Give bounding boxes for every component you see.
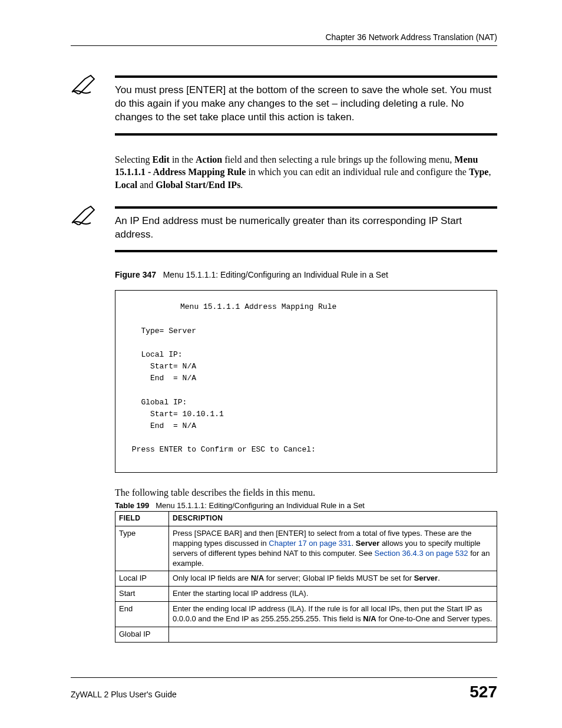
- text: .: [438, 574, 440, 582]
- text: Selecting: [115, 154, 153, 164]
- note-text-2: An IP End address must be numerically gr…: [115, 215, 497, 251]
- bold-edit: Edit: [153, 154, 170, 164]
- note-pencil-icon: [71, 73, 100, 94]
- table-row: Start Enter the starting local IP addres…: [115, 587, 497, 602]
- desc-cell: Enter the ending local IP address (ILA).…: [169, 602, 497, 627]
- terminal-line: Local IP:: [141, 350, 182, 359]
- field-cell: Global IP: [115, 627, 169, 643]
- note-top-rule: [115, 75, 497, 78]
- note-bottom-rule: [115, 133, 497, 136]
- table-caption: Table 199 Menu 15.1.1.1: Editing/Configu…: [115, 501, 497, 510]
- terminal-line: Global IP:: [141, 398, 187, 407]
- text: .: [240, 180, 243, 190]
- terminal-title: Menu 15.1.1.1 Address Mapping Rule: [127, 301, 485, 313]
- bold-na: N/A: [363, 614, 376, 623]
- bold-type: Type: [469, 167, 488, 177]
- terminal-line: Type= Server: [141, 327, 196, 335]
- figure-label: Figure 347: [115, 270, 156, 279]
- desc-cell: Press [SPACE BAR] and then [ENTER] to se…: [169, 526, 497, 571]
- field-cell: Start: [115, 587, 169, 602]
- field-cell: Type: [115, 526, 169, 571]
- bold-global: Global Start/End IPs: [156, 180, 240, 190]
- field-cell: End: [115, 602, 169, 627]
- desc-cell: [169, 627, 497, 643]
- link-chapter-17[interactable]: Chapter 17 on page 331: [269, 539, 351, 548]
- table-caption-text: Menu 15.1.1.1: Editing/Configuring an In…: [156, 501, 365, 510]
- note-block-1: You must press [ENTER] at the bottom of …: [71, 75, 497, 136]
- field-description-table: FIELD DESCRIPTION Type Press [SPACE BAR]…: [115, 511, 497, 643]
- note-text-1: You must press [ENTER] at the bottom of …: [115, 84, 497, 133]
- desc-cell: Only local IP fields are N/A for server;…: [169, 571, 497, 587]
- note-top-rule: [115, 206, 497, 209]
- body-paragraph-1: Selecting Edit in the Action field and t…: [115, 153, 497, 192]
- text: Only local IP fields are: [173, 574, 251, 582]
- note-bottom-rule: [115, 250, 497, 252]
- text: ,: [488, 167, 491, 177]
- terminal-prompt: Press ENTER to Confirm or ESC to Cancel:: [132, 445, 316, 454]
- table-header-row: FIELD DESCRIPTION: [115, 512, 497, 526]
- terminal-line: Start= 10.10.1.1: [141, 410, 223, 419]
- figure-text: Menu 15.1.1.1: Editing/Configuring an In…: [163, 270, 388, 279]
- bold-na: N/A: [251, 574, 264, 582]
- note-block-2: An IP End address must be numerically gr…: [71, 206, 497, 253]
- table-row: Type Press [SPACE BAR] and then [ENTER] …: [115, 526, 497, 571]
- bold-action: Action: [196, 154, 222, 164]
- terminal-line: End = N/A: [141, 421, 196, 430]
- table-label: Table 199: [115, 501, 149, 510]
- terminal-line: End = N/A: [141, 374, 196, 383]
- terminal-window: Menu 15.1.1.1 Address Mapping Rule Type=…: [115, 290, 497, 473]
- text: and: [137, 180, 156, 190]
- top-rule: [71, 45, 497, 46]
- footer-guide: ZyWALL 2 Plus User's Guide: [71, 690, 177, 699]
- desc-cell: Enter the starting local IP address (ILA…: [169, 587, 497, 602]
- text: for One-to-One and Server types.: [376, 614, 492, 623]
- following-text: The following table describes the fields…: [115, 487, 497, 498]
- field-cell: Local IP: [115, 571, 169, 587]
- running-head: Chapter 36 Network Address Translation (…: [71, 32, 497, 42]
- link-section-36-4-3[interactable]: Section 36.4.3 on page 532: [375, 549, 468, 558]
- page-number: 527: [470, 683, 497, 701]
- page-footer: ZyWALL 2 Plus User's Guide 527: [71, 677, 497, 701]
- text: field and then selecting a rule brings u…: [222, 154, 454, 164]
- col-description: DESCRIPTION: [169, 512, 497, 526]
- bold-server: Server: [414, 574, 438, 582]
- text: for server; Global IP fields MUST be set…: [264, 574, 414, 582]
- text: .: [352, 539, 356, 548]
- table-row: End Enter the ending local IP address (I…: [115, 602, 497, 627]
- text: in the: [170, 154, 196, 164]
- col-field: FIELD: [115, 512, 169, 526]
- note-pencil-icon: [71, 204, 100, 225]
- table-row: Local IP Only local IP fields are N/A fo…: [115, 571, 497, 587]
- bold-server: Server: [356, 539, 379, 548]
- figure-caption: Figure 347 Menu 15.1.1.1: Editing/Config…: [115, 270, 497, 279]
- text: in which you can edit an individual rule…: [246, 167, 469, 177]
- terminal-line: Start= N/A: [141, 362, 196, 371]
- bold-local: Local: [115, 180, 137, 190]
- page: Chapter 36 Network Address Translation (…: [0, 0, 562, 728]
- table-row: Global IP: [115, 627, 497, 643]
